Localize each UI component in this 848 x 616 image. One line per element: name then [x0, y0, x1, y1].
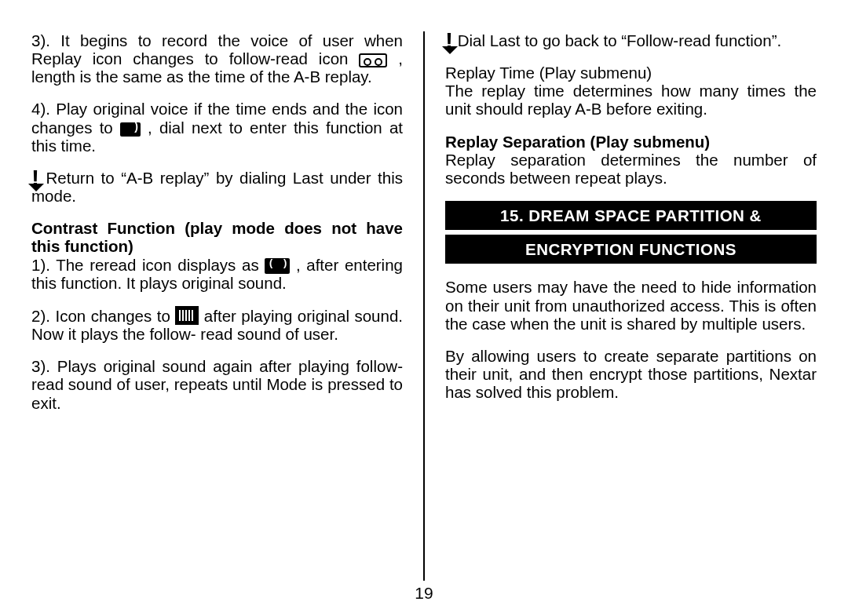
heading-contrast-function: Contrast Function (play mode does not ha…	[31, 219, 403, 255]
page-number: 19	[31, 581, 817, 603]
left-column: 3). It begins to record the voice of use…	[31, 31, 423, 581]
text: Dial Last to go back to “Follow-read fun…	[458, 31, 781, 49]
text: Return to “A-B replay” by dialing Last u…	[31, 169, 403, 205]
para-encryption-intro: Some users may have the need to hide inf…	[445, 278, 817, 332]
para-replay-time: The replay time determines how many time…	[445, 82, 817, 118]
section-heading-line2: ENCRYPTION FUNCTIONS	[445, 235, 817, 264]
para-icon-changes: 2). Icon changes to after playing origin…	[31, 306, 403, 343]
heading-text: Replay Separation (Play submenu)	[445, 133, 710, 151]
heading-text: Contrast Function (play mode does not ha…	[31, 219, 403, 255]
speaker-bordered-icon	[175, 306, 199, 325]
right-column: ! Dial Last to go back to “Follow-read f…	[425, 31, 817, 581]
para-replay-separation: Replay separation determines the number …	[445, 151, 817, 187]
para-play-original: 4). Play original voice if the time ends…	[31, 100, 403, 154]
dual-speaker-icon	[265, 258, 290, 274]
exclamation-icon: !	[31, 171, 39, 185]
para-plays-original-again: 3). Plays original sound again after pla…	[31, 357, 403, 411]
para-record-voice: 3). It begins to record the voice of use…	[31, 31, 403, 86]
manual-page: 3). It begins to record the voice of use…	[0, 0, 848, 616]
para-encryption-solution: By allowing users to create separate par…	[445, 347, 817, 401]
speaker-icon	[120, 122, 141, 137]
note-dial-last: ! Dial Last to go back to “Follow-read f…	[445, 31, 817, 49]
para-reread-icon: 1). The reread icon displays as , after …	[31, 256, 403, 292]
heading-replay-separation: Replay Separation (Play submenu)	[445, 133, 817, 151]
cassette-icon	[359, 53, 387, 67]
section-heading-line1: 15. DREAM SPACE PARTITION &	[445, 201, 817, 230]
text: 2). Icon changes to	[31, 307, 175, 325]
exclamation-icon: !	[445, 34, 453, 48]
heading-replay-time: Replay Time (Play submenu)	[445, 64, 817, 82]
note-return-ab: ! Return to “A-B replay” by dialing Last…	[31, 169, 403, 205]
text: 3). It begins to record the voice of use…	[31, 31, 403, 67]
text: 1). The reread icon displays as	[31, 256, 265, 274]
two-column-layout: 3). It begins to record the voice of use…	[31, 31, 817, 581]
